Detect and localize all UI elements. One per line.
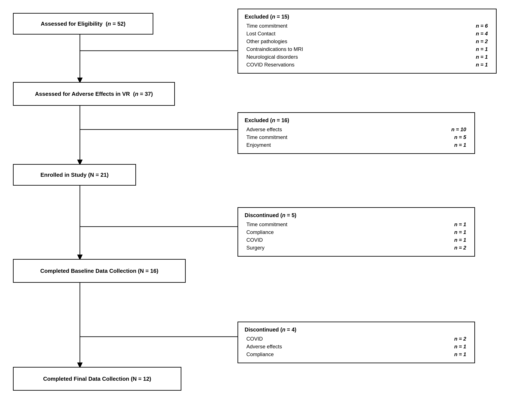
row-value: n = 1 bbox=[411, 228, 468, 236]
row-label: Adverse effects bbox=[245, 126, 403, 133]
discontinued2-title: Discontinued (n = 4) bbox=[245, 327, 468, 333]
table-row: Time commitment n = 6 bbox=[245, 22, 489, 30]
enrolled-box: Enrolled in Study (N = 21) bbox=[13, 164, 136, 186]
assessed-adverse-label: Assessed for Adverse Effects in VR (n = … bbox=[35, 91, 153, 97]
row-value: n = 2 bbox=[405, 335, 468, 343]
row-value: n = 1 bbox=[405, 343, 468, 351]
row-value: n = 1 bbox=[411, 221, 468, 228]
row-label: Neurological disorders bbox=[245, 53, 440, 61]
excluded1-title: Excluded (n = 15) bbox=[245, 14, 489, 20]
discontinued1-table: Time commitment n = 1 Compliance n = 1 C… bbox=[245, 221, 468, 252]
table-row: Time commitment n = 5 bbox=[245, 133, 468, 141]
excluded2-table: Adverse effects n = 10 Time commitment n… bbox=[245, 126, 468, 149]
discontinued1-title: Discontinued (n = 5) bbox=[245, 212, 468, 218]
row-label: Contraindications to MRI bbox=[245, 45, 440, 53]
table-row: Compliance n = 1 bbox=[245, 228, 468, 236]
row-value: n = 1 bbox=[440, 53, 489, 61]
row-label: Compliance bbox=[245, 228, 411, 236]
row-value: n = 1 bbox=[411, 236, 468, 244]
row-label: Surgery bbox=[245, 244, 411, 252]
row-value: n = 2 bbox=[440, 38, 489, 45]
final-box: Completed Final Data Collection (N = 12) bbox=[13, 367, 181, 391]
baseline-box: Completed Baseline Data Collection (N = … bbox=[13, 259, 186, 283]
final-label: Completed Final Data Collection (N = 12) bbox=[43, 375, 151, 382]
discontinued1-box: Discontinued (n = 5) Time commitment n =… bbox=[237, 207, 475, 257]
table-row: COVID n = 2 bbox=[245, 335, 468, 343]
row-label: Time commitment bbox=[245, 22, 440, 30]
row-label: COVID bbox=[245, 236, 411, 244]
table-row: COVID n = 1 bbox=[245, 236, 468, 244]
row-value: n = 5 bbox=[403, 133, 468, 141]
row-label: Time commitment bbox=[245, 133, 403, 141]
row-label: Adverse effects bbox=[245, 343, 405, 351]
row-value: n = 1 bbox=[440, 45, 489, 53]
row-label: Compliance bbox=[245, 351, 405, 358]
row-value: n = 6 bbox=[440, 22, 489, 30]
table-row: Lost Contact n = 4 bbox=[245, 30, 489, 38]
baseline-label: Completed Baseline Data Collection (N = … bbox=[40, 268, 159, 274]
table-row: Adverse effects n = 1 bbox=[245, 343, 468, 351]
row-label: Time commitment bbox=[245, 221, 411, 228]
row-value: n = 1 bbox=[440, 61, 489, 69]
row-label: Lost Contact bbox=[245, 30, 440, 38]
table-row: Time commitment n = 1 bbox=[245, 221, 468, 228]
row-value: n = 1 bbox=[405, 351, 468, 358]
table-row: Surgery n = 2 bbox=[245, 244, 468, 252]
enrolled-label: Enrolled in Study (N = 21) bbox=[40, 172, 109, 178]
table-row: Contraindications to MRI n = 1 bbox=[245, 45, 489, 53]
discontinued2-box: Discontinued (n = 4) COVID n = 2 Adverse… bbox=[237, 322, 475, 363]
excluded1-table: Time commitment n = 6 Lost Contact n = 4… bbox=[245, 22, 489, 69]
table-row: Compliance n = 1 bbox=[245, 351, 468, 358]
table-row: Other pathologies n = 2 bbox=[245, 38, 489, 45]
table-row: COVID Reservations n = 1 bbox=[245, 61, 489, 69]
row-value: n = 10 bbox=[403, 126, 468, 133]
row-label: Enjoyment bbox=[245, 141, 403, 149]
discontinued2-table: COVID n = 2 Adverse effects n = 1 Compli… bbox=[245, 335, 468, 358]
assessed-eligibility-label: Assessed for Eligibility (n = 52) bbox=[41, 21, 125, 27]
excluded2-title: Excluded (n = 16) bbox=[245, 117, 468, 123]
row-value: n = 1 bbox=[403, 141, 468, 149]
row-value: n = 2 bbox=[411, 244, 468, 252]
assessed-adverse-box: Assessed for Adverse Effects in VR (n = … bbox=[13, 82, 175, 106]
row-label: COVID Reservations bbox=[245, 61, 440, 69]
table-row: Neurological disorders n = 1 bbox=[245, 53, 489, 61]
flowchart: Assessed for Eligibility (n = 52) Assess… bbox=[0, 0, 510, 420]
table-row: Adverse effects n = 10 bbox=[245, 126, 468, 133]
row-value: n = 4 bbox=[440, 30, 489, 38]
table-row: Enjoyment n = 1 bbox=[245, 141, 468, 149]
row-label: Other pathologies bbox=[245, 38, 440, 45]
excluded2-box: Excluded (n = 16) Adverse effects n = 10… bbox=[237, 112, 475, 154]
excluded1-box: Excluded (n = 15) Time commitment n = 6 … bbox=[237, 9, 497, 74]
row-label: COVID bbox=[245, 335, 405, 343]
assessed-eligibility-box: Assessed for Eligibility (n = 52) bbox=[13, 13, 153, 35]
